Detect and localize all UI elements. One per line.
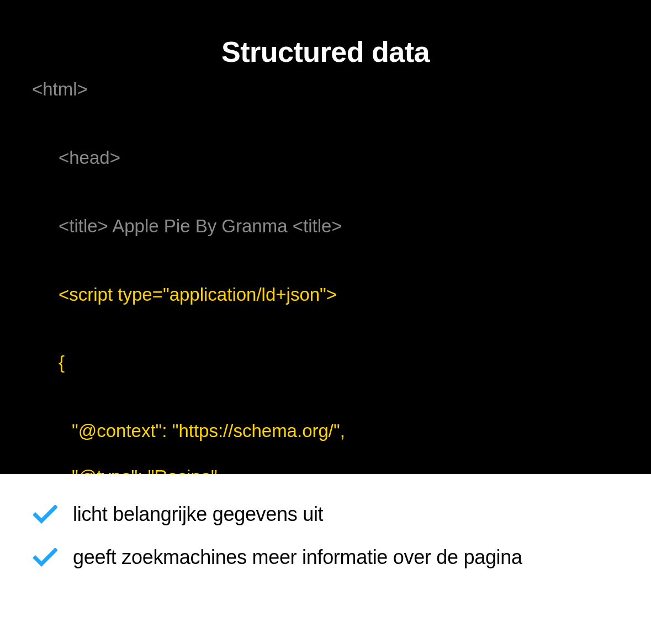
code-line-head-open: <head> [32, 146, 120, 169]
code-line-context: "@context": "https://schema.org/", [32, 419, 345, 442]
bullet-list: licht belangrijke gegevens uit geeft zoe… [0, 474, 651, 644]
bullet-text: licht belangrijke gegevens uit [73, 503, 323, 526]
slide-title: Structured data [0, 35, 651, 68]
bullet-row: licht belangrijke gegevens uit [33, 503, 618, 526]
bullet-row: geeft zoekmachines meer informatie over … [33, 546, 618, 569]
code-block: <html> <head> <title> Apple Pie By Granm… [32, 39, 619, 474]
bullet-text: geeft zoekmachines meer informatie over … [73, 546, 522, 569]
code-line-html-open: <html> [32, 79, 88, 99]
code-line-brace-open: { [32, 351, 65, 374]
slide: Structured data <html> <head> <title> Ap… [0, 0, 651, 644]
check-icon [33, 548, 57, 567]
code-panel: Structured data <html> <head> <title> Ap… [0, 0, 651, 474]
code-line-type: "@type": "Recipe", [32, 465, 223, 475]
code-line-script-open: <script type="application/ld+json"> [32, 283, 337, 306]
code-line-title: <title> Apple Pie By Granma <title> [32, 215, 342, 237]
check-icon [33, 505, 57, 524]
